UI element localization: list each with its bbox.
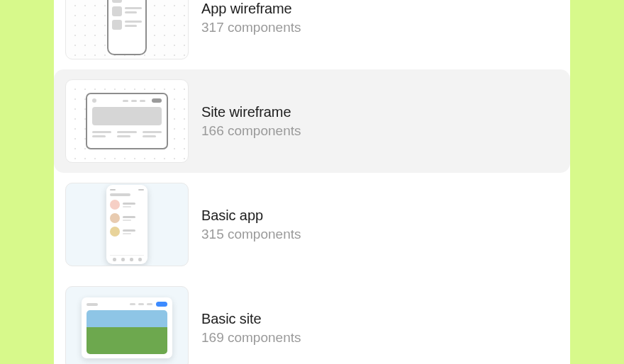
template-subtitle: 315 components bbox=[201, 227, 301, 242]
template-meta: Basic app 315 components bbox=[201, 207, 301, 242]
template-meta: Site wireframe 166 components bbox=[201, 104, 301, 139]
template-subtitle: 169 components bbox=[201, 330, 301, 346]
thumbnail-site-wireframe bbox=[65, 79, 189, 163]
site-app-icon bbox=[82, 297, 172, 358]
template-item-app-wireframe[interactable]: App wireframe 317 components bbox=[54, 0, 570, 69]
thumbnail-basic-app bbox=[65, 183, 189, 266]
phone-app-icon bbox=[106, 185, 147, 264]
template-meta: Basic site 169 components bbox=[201, 311, 301, 346]
template-item-basic-app[interactable]: Basic app 315 components bbox=[54, 173, 570, 276]
template-meta: App wireframe 317 components bbox=[201, 1, 301, 35]
template-panel: App wireframe 317 components bbox=[54, 0, 570, 364]
thumbnail-basic-site bbox=[65, 286, 189, 364]
site-wireframe-icon bbox=[86, 93, 168, 149]
template-title: Basic site bbox=[201, 311, 301, 327]
template-title: App wireframe bbox=[201, 1, 301, 17]
template-title: Basic app bbox=[201, 207, 301, 224]
template-title: Site wireframe bbox=[201, 104, 301, 120]
thumbnail-app-wireframe bbox=[65, 0, 189, 59]
template-item-site-wireframe[interactable]: Site wireframe 166 components bbox=[54, 69, 570, 173]
template-list: App wireframe 317 components bbox=[54, 0, 570, 364]
template-subtitle: 166 components bbox=[201, 123, 301, 139]
template-subtitle: 317 components bbox=[201, 20, 301, 35]
phone-wireframe-icon bbox=[107, 0, 147, 55]
template-item-basic-site[interactable]: Basic site 169 components bbox=[54, 276, 570, 364]
